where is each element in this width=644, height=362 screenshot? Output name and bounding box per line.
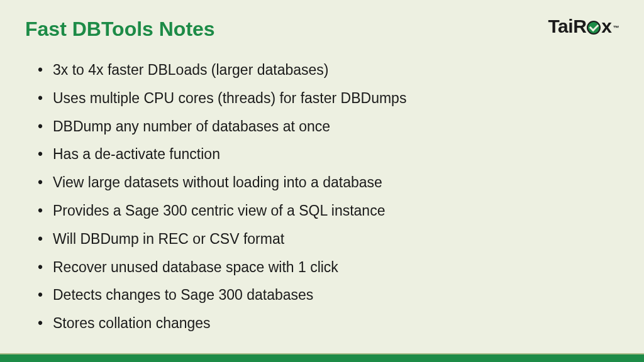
list-item: Detects changes to Sage 300 databases bbox=[38, 283, 619, 307]
list-item: Provides a Sage 300 centric view of a SQ… bbox=[38, 199, 619, 222]
tairox-logo: TaiR x ™ bbox=[548, 16, 619, 37]
slide-title: Fast DBTools Notes bbox=[25, 18, 215, 41]
logo-text-part2: x bbox=[601, 16, 611, 37]
footer-accent-bar bbox=[0, 353, 644, 362]
logo-text-part1: TaiR bbox=[548, 16, 587, 37]
list-item: DBDump any number of databases at once bbox=[38, 115, 619, 138]
list-item: View large datasets without loading into… bbox=[38, 171, 619, 194]
slide-container: Fast DBTools Notes TaiR x ™ 3x to 4x fas… bbox=[0, 0, 644, 362]
trademark-symbol: ™ bbox=[613, 25, 619, 31]
list-item: 3x to 4x faster DBLoads (larger database… bbox=[38, 58, 619, 82]
list-item: Stores collation changes bbox=[38, 312, 619, 335]
list-item: Has a de-activate function bbox=[38, 143, 619, 166]
list-item: Recover unused database space with 1 cli… bbox=[38, 256, 619, 279]
checkmark-icon bbox=[587, 21, 601, 35]
slide-content: 3x to 4x faster DBLoads (larger database… bbox=[25, 58, 619, 335]
bullet-list: 3x to 4x faster DBLoads (larger database… bbox=[38, 58, 619, 335]
list-item: Uses multiple CPU cores (threads) for fa… bbox=[38, 87, 619, 110]
slide-header: Fast DBTools Notes TaiR x ™ bbox=[25, 18, 619, 41]
list-item: Will DBDump in REC or CSV format bbox=[38, 228, 619, 251]
